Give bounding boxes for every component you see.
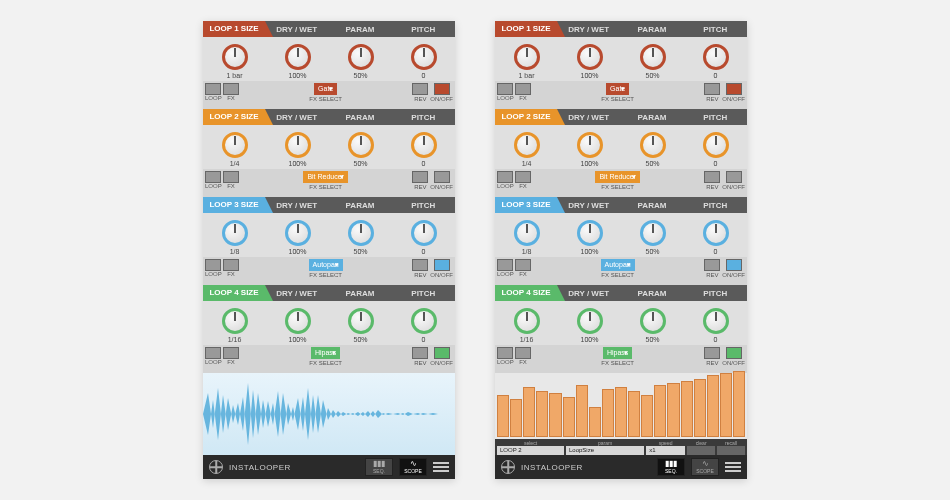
- seq-step[interactable]: [667, 383, 679, 437]
- scope-view-button[interactable]: ∿SCOPE: [691, 458, 719, 476]
- seq-step[interactable]: [628, 391, 640, 437]
- seq-step[interactable]: [681, 381, 693, 437]
- loop-2-rev-button[interactable]: [704, 171, 720, 183]
- loop-3-fx-select[interactable]: Autopan: [309, 259, 343, 271]
- loop-2-pitch-knob[interactable]: [703, 132, 729, 158]
- loop-4-loop-button[interactable]: [205, 347, 221, 359]
- loop-4-param-knob[interactable]: [640, 308, 666, 334]
- loop-3-size-knob[interactable]: [222, 220, 248, 246]
- loop-1-fx-button[interactable]: [223, 83, 239, 95]
- loop-2-size-knob[interactable]: [514, 132, 540, 158]
- seq-step[interactable]: [733, 371, 745, 437]
- loop-4-onoff-button[interactable]: [726, 347, 742, 359]
- loop-2-onoff-button[interactable]: [726, 171, 742, 183]
- scope-view-button[interactable]: ∿SCOPE: [399, 458, 427, 476]
- seq-step[interactable]: [576, 385, 588, 437]
- loop-1-size-knob[interactable]: [514, 44, 540, 70]
- loop-3-rev-button[interactable]: [412, 259, 428, 271]
- loop-1-onoff-button[interactable]: [434, 83, 450, 95]
- loop-1-onoff-button[interactable]: [726, 83, 742, 95]
- loop-2-pitch-knob[interactable]: [411, 132, 437, 158]
- loop-1-fx-select[interactable]: Gate: [606, 83, 629, 95]
- loop-4-fx-select[interactable]: Hipass: [603, 347, 632, 359]
- loop-4-pitch-knob[interactable]: [411, 308, 437, 334]
- seq-step[interactable]: [602, 389, 614, 437]
- seq-view-button[interactable]: ▮▮▮SEQ.: [657, 458, 685, 476]
- loop-1-param-knob[interactable]: [640, 44, 666, 70]
- seq-step[interactable]: [563, 397, 575, 437]
- seq-step[interactable]: [523, 387, 535, 437]
- loop-3-fx-select[interactable]: Autopan: [601, 259, 635, 271]
- loop-1-fx-button[interactable]: [515, 83, 531, 95]
- loop-2-drywet-knob[interactable]: [285, 132, 311, 158]
- loop-3-param-knob[interactable]: [640, 220, 666, 246]
- loop-4-loop-button[interactable]: [497, 347, 513, 359]
- loop-4-rev-button[interactable]: [704, 347, 720, 359]
- loop-1-param-knob[interactable]: [348, 44, 374, 70]
- loop-3-drywet-knob[interactable]: [577, 220, 603, 246]
- seq-step[interactable]: [497, 395, 509, 437]
- seq-select-dropdown[interactable]: LOOP 2: [497, 446, 564, 455]
- seq-step[interactable]: [536, 391, 548, 437]
- loop-3-size-knob[interactable]: [514, 220, 540, 246]
- loop-2-fx-button[interactable]: [223, 171, 239, 183]
- loop-2-fx-select[interactable]: Bit Reducer: [303, 171, 348, 183]
- seq-recall-button[interactable]: [717, 446, 745, 455]
- loop-2-param-knob[interactable]: [348, 132, 374, 158]
- loop-1-loop-button[interactable]: [205, 83, 221, 95]
- loop-2-onoff-button[interactable]: [434, 171, 450, 183]
- loop-1-drywet-knob[interactable]: [577, 44, 603, 70]
- seq-step[interactable]: [720, 373, 732, 437]
- loop-3-onoff-button[interactable]: [434, 259, 450, 271]
- loop-1-drywet-knob[interactable]: [285, 44, 311, 70]
- loop-1-rev-button[interactable]: [704, 83, 720, 95]
- loop-1-pitch-knob[interactable]: [411, 44, 437, 70]
- seq-step[interactable]: [694, 379, 706, 437]
- loop-4-drywet-knob[interactable]: [577, 308, 603, 334]
- seq-step[interactable]: [654, 385, 666, 437]
- loop-4-rev-button[interactable]: [412, 347, 428, 359]
- loop-2-loop-button[interactable]: [497, 171, 513, 183]
- seq-step[interactable]: [641, 395, 653, 437]
- seq-step[interactable]: [615, 387, 627, 437]
- seq-step[interactable]: [589, 407, 601, 437]
- loop-4-fx-button[interactable]: [223, 347, 239, 359]
- loop-1-fx-select[interactable]: Gate: [314, 83, 337, 95]
- loop-3-rev-button[interactable]: [704, 259, 720, 271]
- loop-3-param-knob[interactable]: [348, 220, 374, 246]
- loop-3-fx-button[interactable]: [223, 259, 239, 271]
- loop-2-size-knob[interactable]: [222, 132, 248, 158]
- loop-3-fx-button[interactable]: [515, 259, 531, 271]
- loop-1-pitch-knob[interactable]: [703, 44, 729, 70]
- loop-4-param-knob[interactable]: [348, 308, 374, 334]
- seq-speed-dropdown[interactable]: x1: [646, 446, 685, 455]
- seq-step[interactable]: [510, 399, 522, 437]
- loop-4-size-knob[interactable]: [514, 308, 540, 334]
- loop-3-loop-button[interactable]: [205, 259, 221, 271]
- loop-2-fx-button[interactable]: [515, 171, 531, 183]
- loop-4-fx-select[interactable]: Hipass: [311, 347, 340, 359]
- loop-4-pitch-knob[interactable]: [703, 308, 729, 334]
- seq-clear-button[interactable]: [687, 446, 715, 455]
- loop-4-fx-button[interactable]: [515, 347, 531, 359]
- loop-3-pitch-knob[interactable]: [411, 220, 437, 246]
- loop-2-fx-select[interactable]: Bit Reducer: [595, 171, 640, 183]
- seq-view-button[interactable]: ▮▮▮SEQ.: [365, 458, 393, 476]
- loop-1-loop-button[interactable]: [497, 83, 513, 95]
- seq-param-dropdown[interactable]: LoopSize: [566, 446, 644, 455]
- loop-3-loop-button[interactable]: [497, 259, 513, 271]
- loop-2-drywet-knob[interactable]: [577, 132, 603, 158]
- seq-step[interactable]: [549, 393, 561, 437]
- loop-1-rev-button[interactable]: [412, 83, 428, 95]
- loop-1-size-knob[interactable]: [222, 44, 248, 70]
- loop-4-onoff-button[interactable]: [434, 347, 450, 359]
- loop-3-drywet-knob[interactable]: [285, 220, 311, 246]
- loop-4-drywet-knob[interactable]: [285, 308, 311, 334]
- loop-4-size-knob[interactable]: [222, 308, 248, 334]
- loop-3-onoff-button[interactable]: [726, 259, 742, 271]
- menu-icon[interactable]: [433, 462, 449, 472]
- loop-2-param-knob[interactable]: [640, 132, 666, 158]
- seq-step[interactable]: [707, 375, 719, 437]
- sequencer-bars[interactable]: [495, 373, 747, 439]
- menu-icon[interactable]: [725, 462, 741, 472]
